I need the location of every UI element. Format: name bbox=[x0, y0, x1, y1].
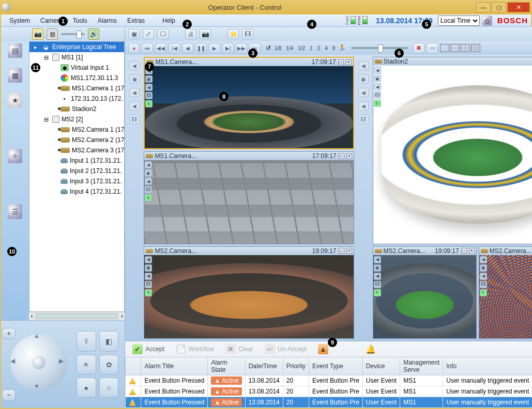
camera-pane[interactable]: MS2.Camera...19:09:17▭✕◀▣◀🎞↻ bbox=[479, 246, 532, 339]
list-tab-icon[interactable]: ☰ bbox=[8, 204, 22, 219]
layout-3x3[interactable] bbox=[471, 44, 480, 52]
ptz-preset6-button[interactable]: ○ bbox=[99, 377, 119, 398]
alarm-col-header[interactable]: Alarm State bbox=[208, 357, 245, 375]
pane-side-icon[interactable]: ▣ bbox=[374, 75, 381, 82]
ptz-right-icon[interactable]: ▶ bbox=[59, 357, 69, 368]
pane-side-icon[interactable]: ▣ bbox=[145, 264, 152, 272]
pane-side-icon[interactable]: ◀ bbox=[374, 83, 381, 90]
star-icon[interactable]: ★ bbox=[8, 93, 22, 107]
pane-side-icon[interactable]: 🎞 bbox=[145, 92, 153, 99]
grid-tool-icon[interactable]: ▣ bbox=[129, 74, 140, 84]
pane-restore[interactable]: ▭ bbox=[338, 59, 344, 65]
grid-tool-icon[interactable]: ◀ bbox=[129, 101, 140, 111]
tree-node[interactable]: ▪172.31.20.13 (172. bbox=[29, 93, 124, 104]
tree-node[interactable]: Input 1 (172.31.21. bbox=[29, 155, 124, 166]
pane-side-icon[interactable]: ◀ bbox=[145, 178, 152, 185]
ptz-preset1-button[interactable]: ⦀ bbox=[77, 331, 96, 352]
play-back-button[interactable]: ◀ bbox=[182, 43, 193, 53]
layout-1x1[interactable] bbox=[440, 44, 449, 52]
rewind-button[interactable]: ◀◀ bbox=[155, 43, 166, 53]
clip-icon[interactable]: ▦ bbox=[47, 28, 58, 40]
expand-icon[interactable]: ⤢ bbox=[143, 29, 154, 39]
logical-tree[interactable]: ▸◒Enterprise Logical Tree⊟MS1 [1]◆Virtua… bbox=[29, 41, 125, 312]
layout-1x2[interactable] bbox=[450, 44, 460, 52]
camera-pane[interactable]: MS2.Camera...19:09:17▭✕◀▣◀🎞↻ bbox=[144, 246, 354, 339]
minimize-button[interactable]: — bbox=[476, 2, 491, 12]
pane-side-icon[interactable]: ↻ bbox=[145, 289, 152, 296]
pane-side-icon[interactable]: ▣ bbox=[374, 264, 381, 272]
pane-side-icon[interactable]: ◀ bbox=[145, 273, 152, 280]
tree-hscroll[interactable]: ‹› bbox=[29, 312, 125, 320]
alarm-col-header[interactable]: Management Serve bbox=[400, 357, 443, 375]
tree-node[interactable]: Stadion2 bbox=[29, 104, 124, 114]
pane-close[interactable]: ✕ bbox=[346, 59, 352, 65]
alarm-col-header[interactable]: Alarm Title bbox=[141, 357, 208, 375]
pane-side-icon[interactable]: ▣ bbox=[145, 75, 153, 83]
forward-button[interactable]: ▶▶ bbox=[236, 43, 247, 53]
tree-node[interactable]: Input 2 (172.31.21. bbox=[29, 166, 124, 176]
camera-pane[interactable]: MS1.Camera...17:09:17▭✕◀▣◀🎞↻ bbox=[144, 57, 354, 149]
bell-icon[interactable]: 🔔 bbox=[366, 344, 376, 354]
photo-icon[interactable]: 📷 bbox=[200, 29, 211, 39]
workflow-button[interactable]: 📄Workflow bbox=[174, 343, 216, 355]
pane-side-icon[interactable]: ↻ bbox=[374, 289, 381, 296]
tree-node[interactable]: MS2.Camera 2 (17 bbox=[29, 135, 124, 145]
grid-tool-icon[interactable]: ◀ bbox=[129, 61, 140, 70]
print-icon[interactable]: 🖨 bbox=[185, 29, 196, 39]
grid-tool-icon[interactable]: ▣ bbox=[358, 74, 369, 84]
pane-side-icon[interactable]: ◀ bbox=[480, 273, 487, 280]
sequence-icon[interactable]: 🎞 bbox=[242, 29, 253, 39]
pane-side-icon[interactable]: 🎞 bbox=[145, 186, 152, 193]
favorite-icon[interactable]: ⭐ bbox=[227, 29, 239, 39]
volume-slider[interactable] bbox=[61, 33, 85, 35]
speaker-icon[interactable]: 🔊 bbox=[88, 28, 99, 40]
step-fwd-button[interactable]: ▶| bbox=[222, 43, 234, 53]
camera-icon[interactable]: 📷 bbox=[32, 28, 43, 40]
pane-side-icon[interactable]: ◀ bbox=[145, 161, 152, 168]
pane-restore[interactable]: ▭ bbox=[461, 248, 467, 254]
rewind-fast-button[interactable]: ⏮ bbox=[142, 43, 153, 53]
pane-side-icon[interactable]: 🎞 bbox=[480, 281, 487, 288]
monitor-icon[interactable]: 🖵 bbox=[157, 29, 169, 39]
tree-node[interactable]: ◆Virtual Input 1 bbox=[29, 62, 124, 73]
ptz-left-icon[interactable]: ◀ bbox=[10, 357, 21, 368]
ptz-center[interactable] bbox=[32, 356, 45, 369]
tree-node[interactable]: MS1.172.30.11.3 bbox=[29, 73, 124, 83]
camera-pane[interactable]: MS2.Camera...19:09:17▭✕◀▣◀🎞↻ bbox=[373, 246, 477, 339]
unaccept-button[interactable]: ↩Un-Accept bbox=[263, 343, 309, 355]
alarm-col-header[interactable]: Priority bbox=[283, 357, 309, 375]
tree-node[interactable]: Input 3 (172.31.21. bbox=[29, 176, 124, 186]
play-button[interactable]: ▶ bbox=[209, 43, 220, 53]
pane-close[interactable]: ✕ bbox=[346, 248, 352, 254]
pane-side-icon[interactable]: ↻ bbox=[145, 100, 153, 107]
pause-button[interactable]: ❚❚ bbox=[195, 43, 207, 53]
ptz-preset5-button[interactable]: ● bbox=[77, 377, 96, 398]
maximize-button[interactable]: ▢ bbox=[492, 2, 506, 12]
ptz-dpad[interactable]: ▲ ▼ ◀ ▶ bbox=[5, 329, 72, 396]
record-button[interactable]: ● bbox=[128, 43, 140, 53]
menu-tools[interactable]: Tools bbox=[68, 17, 93, 24]
pane-side-icon[interactable]: ◀ bbox=[145, 256, 152, 263]
grid-tool-icon[interactable]: ◀ bbox=[358, 88, 369, 97]
ptz-preset4-button[interactable]: ✿ bbox=[99, 355, 119, 375]
pane-restore[interactable]: ▭ bbox=[339, 248, 344, 254]
map-tab-icon[interactable]: ▦ bbox=[8, 68, 22, 83]
tree-node[interactable]: MS2.Camera 3 (17 bbox=[29, 145, 124, 155]
grid-tool-icon[interactable]: 🎞 bbox=[358, 115, 369, 124]
ptz-preset2-button[interactable]: ◧ bbox=[99, 331, 119, 352]
pane-side-icon[interactable]: 🎞 bbox=[374, 281, 381, 288]
pane-side-icon[interactable]: ▣ bbox=[480, 264, 487, 272]
tree-root[interactable]: ▸◒Enterprise Logical Tree bbox=[29, 42, 124, 52]
layout-restore-icon[interactable]: ▭ bbox=[427, 43, 438, 53]
tree-node[interactable]: MS2.Camera 1 (17 bbox=[29, 124, 124, 135]
pane-side-icon[interactable]: ↻ bbox=[145, 194, 152, 201]
pane-side-icon[interactable]: 🎞 bbox=[374, 91, 381, 99]
ptz-down-icon[interactable]: ▼ bbox=[34, 383, 44, 393]
menu-help[interactable]: Help bbox=[157, 17, 180, 24]
pane-side-icon[interactable]: ◀ bbox=[374, 273, 381, 280]
compass-icon[interactable]: ✧ bbox=[8, 149, 22, 163]
grid-tool-icon[interactable]: ◀ bbox=[129, 88, 140, 97]
run-icon[interactable]: 🏃 bbox=[338, 44, 346, 52]
alarm-col-header[interactable]: Device bbox=[362, 357, 400, 375]
timezone-select[interactable]: Local Time bbox=[438, 15, 480, 26]
